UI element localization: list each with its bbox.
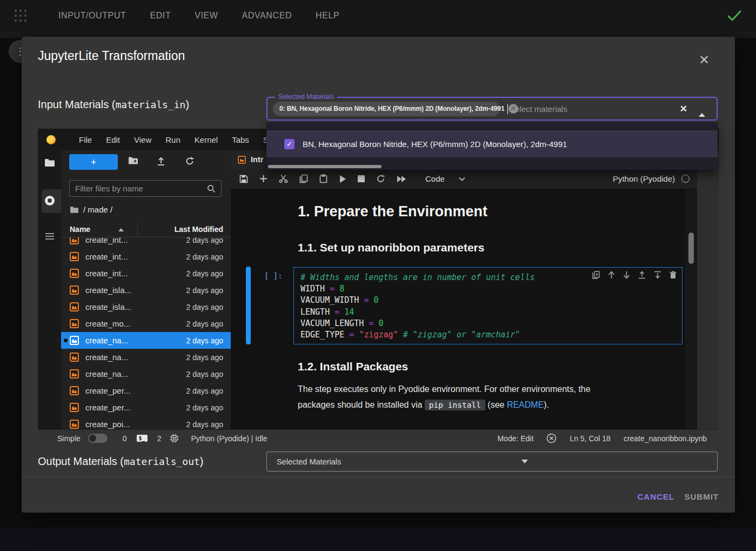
code-line: EDGE_TYPE = "zigzag" # "zigzag" or "armc…: [300, 329, 675, 341]
restart-kernel-icon[interactable]: [376, 174, 385, 183]
cell-toolbar: [592, 271, 677, 279]
code-line: WIDTH = 8: [300, 283, 675, 295]
app-menu-input-output[interactable]: INPUT/OUTPUT: [58, 11, 126, 21]
notebook-panel: Intr: [231, 150, 697, 429]
file-row[interactable]: create_isla...2 days ago: [61, 298, 231, 315]
cell-type-select[interactable]: Code: [425, 174, 465, 183]
file-row[interactable]: create_int...2 days ago: [61, 265, 231, 282]
file-name: create_poi...: [85, 420, 130, 429]
delete-cell-icon[interactable]: [670, 271, 677, 279]
insert-cell-above-icon[interactable]: [638, 271, 646, 279]
terminal-count[interactable]: 0: [123, 434, 127, 443]
upload-icon[interactable]: [156, 156, 166, 166]
sort-ascending-icon[interactable]: [118, 228, 124, 231]
drag-grid-icon[interactable]: [14, 9, 27, 22]
cursor-position[interactable]: Ln 5, Col 18: [570, 434, 611, 443]
jupyter-menu-run[interactable]: Run: [158, 135, 188, 144]
kernel-count[interactable]: 2: [157, 434, 162, 443]
new-folder-icon[interactable]: [128, 156, 139, 165]
insert-cell-below-icon[interactable]: [654, 271, 661, 279]
file-row[interactable]: create_na...2 days ago: [61, 366, 231, 382]
notebook-file-icon: [70, 286, 79, 295]
dropdown-horizontal-scrollbar[interactable]: [268, 165, 382, 168]
file-row[interactable]: create_na...2 days ago: [61, 332, 231, 349]
notebook-file-icon: [70, 252, 79, 261]
file-name: create_per...: [85, 403, 130, 412]
column-name[interactable]: Name: [70, 225, 90, 234]
notebook-file-icon: [70, 237, 79, 244]
check-icon[interactable]: [727, 10, 742, 22]
cell-type-value: Code: [425, 174, 445, 183]
trust-indicator-icon[interactable]: [546, 433, 557, 443]
kernel-status-text[interactable]: Python (Pyodide) | Idle: [191, 434, 267, 443]
dropdown-arrow-icon: [521, 460, 528, 463]
copy-cells-icon[interactable]: [299, 174, 308, 183]
jupyter-menu-tabs[interactable]: Tabs: [225, 135, 256, 144]
material-chip[interactable]: 0: BN, Hexagonal Boron Nitride, HEX (P6/…: [273, 102, 500, 116]
interrupt-kernel-icon[interactable]: [358, 175, 365, 182]
kernel-indicator[interactable]: Python (Pyodide): [613, 174, 690, 183]
move-cell-up-icon[interactable]: [608, 271, 615, 279]
jupyter-menu-view[interactable]: View: [127, 135, 158, 144]
checkbox-checked-icon[interactable]: ✓: [284, 139, 295, 149]
file-row[interactable]: create_int...2 days ago: [61, 248, 231, 265]
paragraph-text-1: The step executes only in Pyodide enviro…: [298, 384, 591, 394]
move-cell-down-icon[interactable]: [623, 271, 630, 279]
file-row[interactable]: create_na...2 days ago: [61, 349, 231, 366]
app-menu-help[interactable]: HELP: [316, 11, 339, 21]
file-row[interactable]: create_per...2 days ago: [61, 399, 231, 416]
code-cell[interactable]: # Widths and lengths are in number of un…: [293, 267, 683, 344]
close-icon[interactable]: ✕: [696, 52, 712, 68]
save-icon[interactable]: [239, 175, 248, 183]
table-of-contents-icon[interactable]: [38, 233, 61, 240]
clear-selection-icon[interactable]: ✕: [680, 103, 687, 115]
insert-cell-icon[interactable]: [259, 175, 267, 183]
selected-materials-field[interactable]: Selected Materials 0: BN, Hexagonal Boro…: [266, 97, 718, 121]
active-filename: create_nanoribbon.ipynb: [624, 434, 707, 443]
jupyter-menu-edit[interactable]: Edit: [99, 135, 127, 144]
app-menu-view[interactable]: VIEW: [195, 11, 218, 21]
paste-cells-icon[interactable]: [319, 174, 327, 183]
simple-mode-toggle[interactable]: [88, 434, 108, 443]
file-row[interactable]: create_mo...2 days ago: [61, 315, 231, 332]
file-row[interactable]: create_int...2 days ago: [61, 237, 231, 248]
paragraph-text-2: packages should be installed via: [298, 400, 425, 409]
cancel-button[interactable]: CANCEL: [638, 487, 675, 506]
filter-files-input[interactable]: Filter files by name: [69, 180, 222, 197]
restart-run-all-icon[interactable]: [397, 175, 406, 183]
file-browser-icon[interactable]: [38, 158, 61, 167]
running-kernels-icon[interactable]: [38, 195, 61, 207]
duplicate-cell-icon[interactable]: [592, 271, 600, 279]
cut-cells-icon[interactable]: [279, 174, 288, 183]
file-row[interactable]: create_per...2 days ago: [61, 382, 231, 399]
scrollbar-thumb[interactable]: [688, 233, 694, 264]
jupyter-menu-file[interactable]: File: [72, 135, 99, 144]
material-option[interactable]: ✓ BN, Hexagonal Boron Nitride, HEX (P6/m…: [266, 130, 718, 157]
select-materials-placeholder[interactable]: Select materials: [510, 104, 567, 114]
submit-button[interactable]: SUBMIT: [685, 487, 719, 506]
jupyterlite-transformation-dialog: JupyterLite Transformation ✕ Input Mater…: [22, 37, 735, 513]
output-materials-label: Output Materials (materials_out): [38, 455, 204, 468]
active-cell-indicator[interactable]: [246, 267, 251, 344]
material-chip-label: 0: BN, Hexagonal Boron Nitride, HEX (P6/…: [279, 105, 505, 112]
collapse-dropdown-icon[interactable]: [695, 103, 709, 114]
new-launcher-button[interactable]: +: [69, 154, 118, 170]
jupyter-menu-kernel[interactable]: Kernel: [188, 135, 225, 144]
jupyterlite-logo-icon: [46, 135, 56, 144]
app-menu-advanced[interactable]: ADVANCED: [242, 11, 292, 21]
output-materials-select[interactable]: Selected Materials: [266, 452, 718, 472]
search-icon: [207, 184, 216, 193]
notebook-heading-1-1: 1.1. Set up nanoribbon parameters: [298, 241, 484, 254]
refresh-icon[interactable]: [185, 156, 195, 166]
readme-link[interactable]: README: [507, 400, 544, 409]
notebook-file-icon: [70, 386, 79, 395]
code-editor[interactable]: # Widths and lengths are in number of un…: [300, 272, 675, 341]
run-cell-icon[interactable]: [339, 175, 346, 183]
column-last-modified[interactable]: Last Modified: [175, 225, 223, 234]
file-modified: 2 days ago: [186, 303, 224, 311]
breadcrumb[interactable]: / made /: [70, 205, 112, 214]
app-menu-edit[interactable]: EDIT: [150, 11, 171, 21]
file-row[interactable]: create_isla...2 days ago: [61, 282, 231, 298]
file-row[interactable]: create_poi...2 days ago: [61, 416, 231, 429]
app-menu-list: INPUT/OUTPUTEDITVIEWADVANCEDHELP: [58, 11, 339, 21]
